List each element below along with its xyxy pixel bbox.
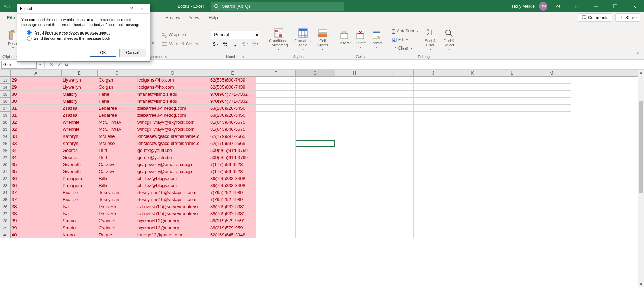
cell[interactable] [453,182,492,189]
cell[interactable]: iizkoveski11@surveymonkey.c [136,210,209,217]
cell[interactable]: McLese [98,140,136,147]
cell[interactable]: Papageno [62,175,98,182]
cell[interactable] [453,217,492,224]
col-header-E[interactable]: E [209,70,256,76]
cell[interactable] [492,175,532,182]
cell[interactable] [414,98,453,105]
row-header[interactable]: 33 [0,182,11,189]
cell[interactable] [492,196,532,203]
cell[interactable]: Wrennie [62,119,98,126]
cell[interactable] [453,203,492,210]
row-header[interactable]: 39 [0,224,11,231]
cell[interactable]: Karna [62,231,98,238]
cell[interactable]: Rivalee [62,189,98,196]
cell[interactable]: Papageno [62,182,98,189]
dialog-close-button[interactable]: ✕ [137,4,147,14]
cell[interactable] [453,224,492,231]
alignment-launcher[interactable]: ⬊ [165,55,167,58]
cell[interactable]: 970(964)771-7332 [209,91,256,98]
user-avatar[interactable]: HM [539,2,547,11]
ribbon-display-button[interactable] [569,0,585,12]
cell[interactable] [374,168,414,175]
cell[interactable]: 62(179)997-2665 [209,140,256,147]
cell[interactable]: Gwinnel [98,224,136,231]
cell[interactable] [256,98,296,105]
cell[interactable] [256,210,296,217]
cancel-button[interactable]: Cancel [119,49,146,57]
cell[interactable] [256,168,296,175]
cell[interactable] [414,112,453,119]
cell[interactable] [335,147,374,154]
row-header[interactable]: 23 [0,126,11,133]
cancel-formula-button[interactable]: ✕ [47,61,55,69]
cell[interactable]: gcapewelly@amazon.co.jp [136,168,209,175]
cell[interactable] [532,112,571,119]
increase-decimal-button[interactable]: .0.00 [240,40,250,48]
cell[interactable]: pbilliez@blogs.com [136,182,209,189]
cell[interactable]: 33 [11,140,62,147]
cell[interactable] [335,133,374,140]
cell[interactable] [374,147,414,154]
cell[interactable] [492,91,532,98]
cell[interactable] [532,175,571,182]
cell[interactable] [296,140,335,147]
cell[interactable] [256,77,296,84]
insert-cells-button[interactable]: Insert▾ [337,29,352,50]
cell[interactable]: Isa [62,210,98,217]
cell[interactable] [256,175,296,182]
cell[interactable]: 81(643)646-5675 [209,119,256,126]
cell[interactable]: sgwinnel12@npr.org [136,224,209,231]
cell[interactable]: Georas [62,147,98,154]
cell[interactable] [414,168,453,175]
cell[interactable]: wmcgillivrayv@skyrock.com [136,126,209,133]
cell[interactable]: Billie [98,182,136,189]
cell[interactable] [256,140,296,147]
cell[interactable] [256,196,296,203]
cell[interactable] [256,203,296,210]
cell[interactable]: Izkoveski [98,203,136,210]
col-header-G[interactable]: G [296,70,335,76]
cell[interactable] [335,182,374,189]
row-header[interactable]: 26 [0,147,11,154]
cell[interactable]: Rugge [98,231,136,238]
cell[interactable]: 62(535)600-7439 [209,84,256,91]
cell[interactable] [453,112,492,119]
col-header-H[interactable]: H [335,70,374,76]
cell[interactable] [414,161,453,168]
cell[interactable] [374,189,414,196]
format-as-table-button[interactable]: Format as Table▾ [293,27,313,52]
cell[interactable] [335,112,374,119]
cell[interactable]: 32 [11,126,62,133]
cell[interactable] [532,189,571,196]
cell[interactable]: 36 [11,175,62,182]
cell[interactable] [532,161,571,168]
number-launcher[interactable]: ⬊ [242,55,245,58]
cell[interactable] [296,175,335,182]
cell[interactable] [335,126,374,133]
cell[interactable] [414,119,453,126]
cell[interactable] [374,105,414,112]
cell[interactable]: lcolgans@hp.com [136,77,209,84]
col-header-B[interactable]: B [62,70,98,76]
cell[interactable] [492,126,532,133]
cell[interactable] [414,210,453,217]
cell[interactable] [335,196,374,203]
cell[interactable]: Colgan [98,84,136,91]
cell[interactable]: McLese [98,133,136,140]
search-box[interactable]: Search (Alt+Q) [211,2,344,11]
cell[interactable] [374,91,414,98]
cell[interactable] [453,105,492,112]
cell[interactable]: 509(965)914-3769 [209,154,256,161]
cell[interactable] [414,196,453,203]
cell[interactable] [335,91,374,98]
cell[interactable]: 86(795)338-3498 [209,182,256,189]
cell[interactable] [296,126,335,133]
cell[interactable] [532,224,571,231]
cell[interactable] [374,231,414,238]
cell[interactable] [532,231,571,238]
cell[interactable] [453,231,492,238]
cell[interactable] [492,154,532,161]
cell[interactable] [374,182,414,189]
conditional-formatting-button[interactable]: Conditional Formatting▾ [266,27,291,52]
cell[interactable] [256,224,296,231]
